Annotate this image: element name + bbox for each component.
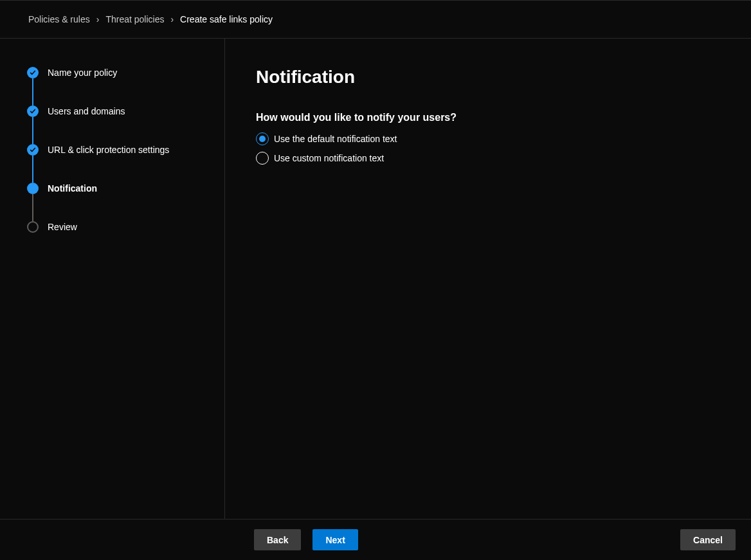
step-review[interactable]: Review — [27, 221, 224, 233]
radio-label: Use custom notification text — [274, 153, 384, 163]
radio-default-notification[interactable]: Use the default notification text — [256, 132, 720, 145]
step-label: Users and domains — [48, 105, 125, 117]
step-label: Notification — [48, 183, 97, 194]
notification-radio-group: Use the default notification text Use cu… — [256, 132, 720, 165]
main-content: Notification How would you like to notif… — [225, 39, 751, 519]
next-button[interactable]: Next — [312, 529, 357, 550]
chevron-right-icon: › — [170, 14, 174, 24]
page-title: Notification — [256, 67, 720, 87]
check-circle-icon — [27, 144, 39, 156]
check-circle-icon — [27, 67, 39, 78]
step-connector — [32, 194, 33, 221]
chevron-right-icon: › — [96, 14, 100, 24]
radio-selected-icon — [256, 132, 269, 145]
step-label: URL & click protection settings — [48, 144, 169, 156]
step-notification[interactable]: Notification — [27, 183, 224, 221]
breadcrumb-item-policies-rules[interactable]: Policies & rules — [28, 14, 90, 24]
step-url-protection[interactable]: URL & click protection settings — [27, 144, 224, 183]
step-connector — [32, 78, 33, 105]
wizard-sidebar: Name your policy Users and domains URL &… — [0, 39, 225, 519]
breadcrumb-item-threat-policies[interactable]: Threat policies — [105, 14, 164, 24]
radio-label: Use the default notification text — [274, 134, 397, 144]
breadcrumb: Policies & rules › Threat policies › Cre… — [0, 0, 751, 39]
current-step-icon — [27, 183, 39, 194]
step-name-policy[interactable]: Name your policy — [27, 67, 224, 105]
step-label: Review — [48, 221, 77, 233]
breadcrumb-item-create-safe-links: Create safe links policy — [180, 14, 273, 24]
step-label: Name your policy — [48, 67, 117, 78]
section-question: How would you like to notify your users? — [256, 112, 720, 123]
back-button[interactable]: Back — [254, 529, 301, 550]
check-circle-icon — [27, 105, 39, 117]
wizard-footer: Back Next Cancel — [0, 519, 751, 560]
radio-unselected-icon — [256, 152, 269, 165]
upcoming-step-icon — [27, 221, 39, 233]
cancel-button[interactable]: Cancel — [680, 529, 736, 550]
step-connector — [32, 117, 33, 144]
step-connector — [32, 156, 33, 183]
radio-custom-notification[interactable]: Use custom notification text — [256, 152, 720, 165]
step-users-domains[interactable]: Users and domains — [27, 105, 224, 144]
